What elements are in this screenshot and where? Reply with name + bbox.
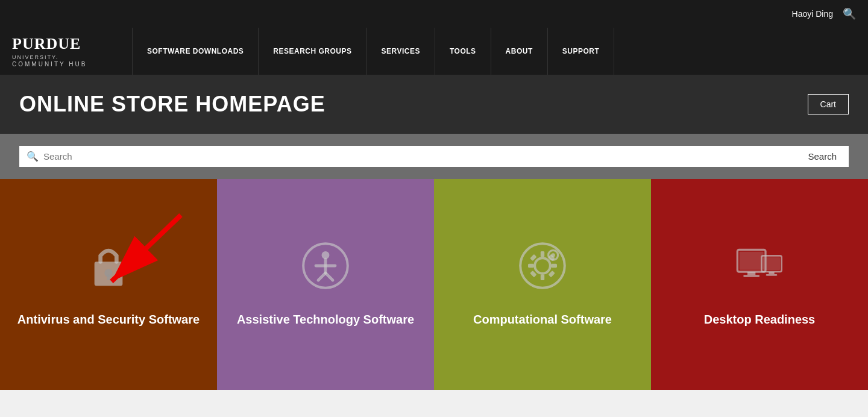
nav-item-tools[interactable]: TOOLS	[435, 28, 491, 75]
nav-item-research-groups[interactable]: RESEARCH GROUPS	[259, 28, 366, 75]
svg-rect-24	[740, 252, 764, 270]
nav-item-about[interactable]: ABOUT	[491, 28, 548, 75]
lock-icon	[84, 242, 133, 299]
card-computational[interactable]: Computational Software	[434, 179, 651, 390]
card-assistive-label: Assistive Technology Software	[225, 312, 426, 327]
page-title: ONLINE STORE HOMEPAGE	[19, 92, 326, 117]
svg-point-11	[520, 243, 565, 288]
svg-rect-13	[541, 251, 544, 257]
svg-line-9	[318, 273, 326, 280]
card-assistive[interactable]: Assistive Technology Software	[217, 179, 434, 390]
card-antivirus[interactable]: Antivirus and Security Software	[0, 179, 217, 390]
search-button[interactable]: Search	[803, 151, 841, 161]
card-desktop[interactable]: Desktop Readiness	[651, 179, 868, 390]
svg-rect-26	[743, 275, 760, 277]
svg-rect-25	[747, 272, 755, 275]
cart-button[interactable]: Cart	[808, 94, 849, 114]
person-accessibility-icon	[301, 242, 350, 299]
main-nav: SOFTWARE DOWNLOADS RESEARCH GROUPS SERVI…	[133, 28, 868, 75]
page-header: ONLINE STORE HOMEPAGE Cart	[0, 75, 868, 134]
top-bar-right: Haoyi Ding 🔍	[792, 7, 856, 20]
svg-rect-17	[530, 254, 536, 261]
logo-hub: COMMUNITY HUB	[12, 61, 120, 67]
logo-subtitle: UNIVERSITY.	[12, 54, 120, 60]
svg-point-12	[535, 258, 550, 274]
search-icon: 🔍	[27, 151, 39, 162]
logo-title: PURDUE	[12, 35, 120, 53]
nav-item-software-downloads[interactable]: SOFTWARE DOWNLOADS	[133, 28, 259, 75]
svg-point-22	[551, 253, 555, 257]
search-area: 🔍 Search	[0, 134, 868, 179]
card-computational-label: Computational Software	[461, 312, 624, 327]
top-search-icon[interactable]: 🔍	[843, 7, 856, 20]
svg-rect-14	[541, 274, 544, 280]
svg-line-10	[326, 273, 333, 280]
svg-rect-16	[551, 264, 557, 268]
svg-rect-19	[530, 271, 536, 277]
search-input[interactable]	[43, 151, 798, 161]
svg-rect-15	[528, 264, 534, 268]
nav-item-support[interactable]: SUPPORT	[548, 28, 615, 75]
search-bar: 🔍 Search	[19, 146, 849, 167]
svg-rect-20	[549, 271, 555, 277]
svg-rect-28	[763, 257, 780, 270]
nav-item-services[interactable]: SERVICES	[367, 28, 435, 75]
gears-icon	[518, 242, 567, 299]
card-desktop-label: Desktop Readiness	[692, 312, 828, 327]
cards-container: Antivirus and Security Software Assistiv…	[0, 179, 868, 390]
svg-rect-4	[107, 275, 110, 280]
username-label: Haoyi Ding	[792, 9, 833, 19]
svg-rect-30	[766, 274, 778, 276]
svg-rect-29	[769, 272, 774, 274]
monitor-icon	[735, 242, 784, 299]
header: PURDUE UNIVERSITY. COMMUNITY HUB SOFTWAR…	[0, 28, 868, 75]
logo-area: PURDUE UNIVERSITY. COMMUNITY HUB	[0, 28, 133, 75]
top-bar: Haoyi Ding 🔍	[0, 0, 868, 28]
card-antivirus-label: Antivirus and Security Software	[5, 312, 212, 327]
